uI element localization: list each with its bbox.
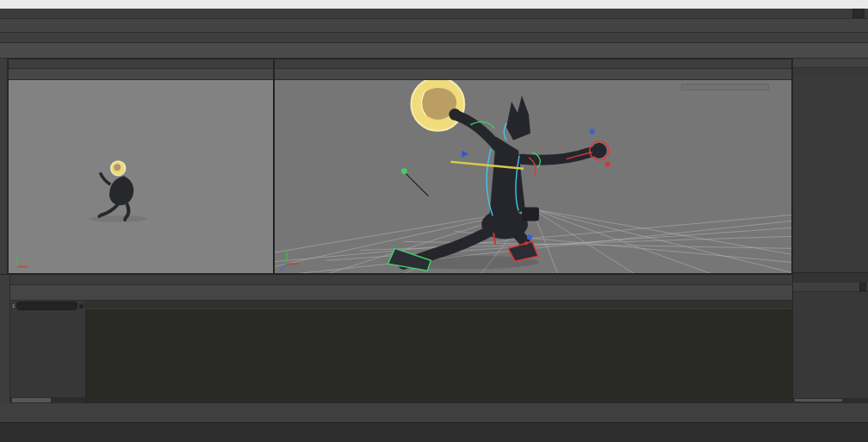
channel-box-menubar [793,59,868,68]
graph-editor-toolbar [10,285,792,301]
graph-editor-outliner: 1 [10,301,86,403]
hip-arrow [462,151,468,158]
graph-editor-panel: 1 [0,274,792,403]
workspace-selector[interactable] [850,9,868,18]
layer-editor-scrollbar[interactable] [793,398,868,402]
viewport-persp[interactable] [274,59,792,274]
viewport-side-toolbar [9,69,273,80]
viewport-side[interactable] [8,59,274,274]
channel-search-input[interactable] [16,302,78,310]
search-options-icon[interactable] [79,304,84,308]
viewport-persp-canvas[interactable] [275,80,791,273]
viewport-persp-menubar [275,59,791,69]
layer-editor [793,272,868,402]
status-line [0,19,868,33]
maya-window: 1 [0,0,868,442]
shelf [0,43,868,59]
viewport-side-canvas[interactable] [9,80,273,273]
layer-weight-field[interactable] [859,283,866,291]
mini-character-body [109,176,133,205]
playback-toolbar [0,402,868,422]
outliner-hscrollbar[interactable] [10,397,85,403]
viewport-side-menubar [9,59,273,69]
channel-box-node-name[interactable] [793,68,868,76]
viewport-persp-toolbar [275,69,791,80]
axis-gizmo [280,252,299,271]
right-dock [792,59,868,402]
window-titlebar [0,0,868,9]
axis-gizmo [17,257,28,267]
persp-scene [275,80,791,273]
channel-box [793,59,868,272]
tool-box [0,59,8,274]
character-picker-overlay [681,84,769,90]
glow-ball [411,80,464,131]
main-menubar [0,9,868,19]
animation-curves[interactable] [86,309,792,403]
filter-count: 1 [12,303,15,308]
graph-editor-side-strip [0,275,10,403]
time-slider[interactable] [0,422,868,442]
graph-editor-menubar [10,275,792,285]
graph-editor-time-ruler[interactable] [86,301,792,309]
layer-editor-tabs [793,273,868,283]
side-scene [9,80,273,273]
workspace-value[interactable] [852,9,865,18]
graph-editor-plot[interactable] [86,301,792,403]
shelf-tabs [0,33,868,43]
pole-vector-handle [401,168,407,174]
